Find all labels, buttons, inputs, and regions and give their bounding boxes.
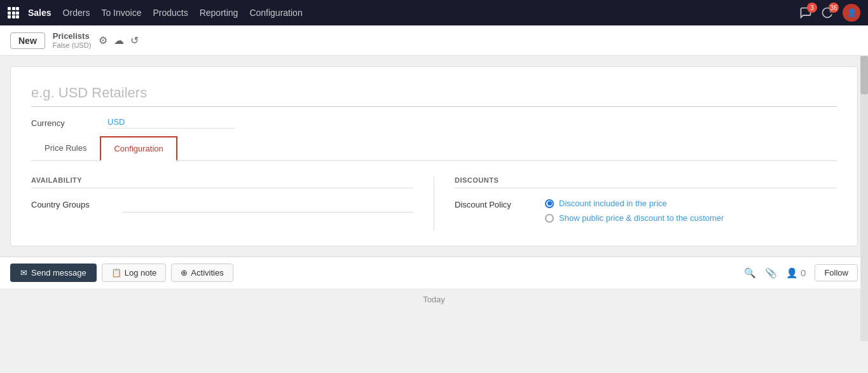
cloud-upload-icon[interactable]: ☁	[114, 34, 124, 46]
svg-rect-1	[12, 7, 15, 10]
action-bar: New Pricelists False (USD) ⚙ ☁ ↺	[0, 25, 868, 56]
currency-value[interactable]: USD	[107, 117, 235, 129]
country-groups-label: Country Groups	[31, 199, 114, 209]
apps-grid-icon[interactable]	[8, 7, 19, 18]
nav-configuration[interactable]: Configuration	[249, 8, 302, 18]
nav-products[interactable]: Products	[153, 8, 188, 18]
nav-menu: Sales Orders To Invoice Products Reporti…	[28, 8, 799, 18]
country-groups-row: Country Groups	[31, 199, 413, 213]
discount-policy-options: Discount included in the price Show publ…	[545, 199, 724, 223]
footer: Today	[0, 288, 868, 311]
radio-label-show-public: Show public price & discount to the cust…	[559, 213, 724, 223]
follow-button[interactable]: Follow	[815, 264, 858, 281]
search-icon[interactable]: 🔍	[744, 267, 756, 279]
activities-button[interactable]: ⊕ Activities	[171, 264, 233, 282]
discounts-section: DISCOUNTS Discount Policy Discount inclu…	[434, 176, 837, 230]
today-label: Today	[423, 295, 445, 304]
actionbar-icons: ⚙ ☁ ↺	[99, 34, 139, 46]
chat-icon[interactable]: 3	[799, 6, 812, 19]
discounts-section-title: DISCOUNTS	[455, 176, 837, 188]
log-note-label: Log note	[125, 268, 157, 278]
clock-icon: ⊕	[181, 268, 188, 278]
new-button[interactable]: New	[10, 32, 45, 49]
svg-rect-5	[16, 11, 19, 15]
discount-policy-row: Discount Policy Discount included in the…	[455, 199, 837, 223]
radio-circle-show-public	[545, 214, 554, 223]
bottom-right-icons: 🔍 📎 👤 0 Follow	[744, 264, 858, 281]
nav-to-invoice[interactable]: To Invoice	[101, 8, 141, 18]
settings-icon[interactable]: ⚙	[99, 34, 107, 46]
followers-count: 👤 0	[786, 267, 806, 279]
availability-section: AVAILABILITY Country Groups	[31, 176, 434, 230]
refresh-icon[interactable]: 36	[821, 6, 834, 19]
breadcrumb-title: Pricelists	[53, 31, 92, 41]
bottom-bar: ✉ Send message 📋 Log note ⊕ Activities 🔍…	[0, 257, 868, 288]
svg-rect-8	[16, 15, 19, 18]
country-groups-input[interactable]	[121, 199, 413, 213]
main-form: Currency USD Price Rules Configuration A…	[10, 66, 858, 246]
scrollbar-thumb[interactable]	[860, 56, 868, 94]
svg-rect-6	[8, 15, 11, 18]
currency-label: Currency	[31, 118, 107, 128]
nav-reporting[interactable]: Reporting	[200, 8, 238, 18]
currency-field-row: Currency USD	[31, 117, 837, 129]
pricelist-name-input[interactable]	[31, 82, 837, 107]
svg-rect-7	[12, 15, 15, 18]
svg-rect-0	[8, 7, 11, 10]
nav-sales[interactable]: Sales	[28, 8, 52, 18]
scrollbar[interactable]	[860, 56, 868, 341]
chat-badge: 3	[807, 3, 817, 13]
breadcrumb: Pricelists False (USD)	[53, 31, 92, 50]
radio-option-included[interactable]: Discount included in the price	[545, 199, 724, 208]
availability-section-title: AVAILABILITY	[31, 176, 413, 188]
send-message-label: Send message	[31, 268, 86, 278]
send-message-button[interactable]: ✉ Send message	[10, 264, 97, 282]
undo-icon[interactable]: ↺	[130, 34, 139, 46]
tab-price-rules[interactable]: Price Rules	[31, 136, 100, 161]
discount-policy-label: Discount Policy	[455, 199, 537, 209]
tabs-row: Price Rules Configuration	[31, 136, 837, 161]
paperclip-icon[interactable]: 📎	[765, 267, 777, 279]
radio-option-show-public[interactable]: Show public price & discount to the cust…	[545, 213, 724, 223]
activities-label: Activities	[191, 268, 223, 278]
refresh-badge: 36	[829, 3, 839, 13]
radio-circle-included	[545, 199, 554, 208]
note-icon: 📋	[111, 268, 121, 278]
svg-rect-3	[8, 11, 11, 15]
svg-rect-4	[12, 11, 15, 15]
log-note-button[interactable]: 📋 Log note	[102, 264, 167, 282]
radio-label-included: Discount included in the price	[559, 199, 667, 208]
top-navigation: Sales Orders To Invoice Products Reporti…	[0, 0, 868, 25]
topnav-right-actions: 3 36 👤	[799, 4, 860, 22]
envelope-icon: ✉	[20, 268, 27, 278]
nav-orders[interactable]: Orders	[63, 8, 90, 18]
breadcrumb-sub: False (USD)	[53, 41, 92, 50]
user-avatar[interactable]: 👤	[843, 4, 860, 22]
svg-rect-2	[16, 7, 19, 10]
tab-content-configuration: AVAILABILITY Country Groups DISCOUNTS Di…	[31, 161, 837, 246]
tab-configuration[interactable]: Configuration	[100, 136, 177, 161]
